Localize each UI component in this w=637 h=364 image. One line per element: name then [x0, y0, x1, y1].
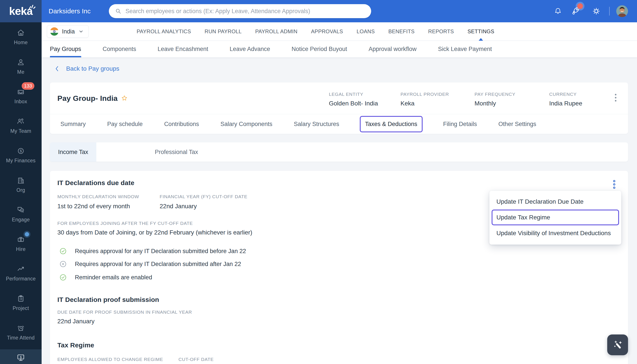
tab-salary-structures[interactable]: Salary Structures: [294, 121, 339, 128]
sidebar-item-org[interactable]: Org: [0, 176, 42, 193]
annotation-box-update-tax-regime: Update Tax Regime: [492, 210, 619, 225]
project-icon: [16, 294, 26, 304]
sidebar-item-performance[interactable]: Performance: [0, 264, 42, 282]
inbox-badge: 133: [22, 82, 34, 90]
svg-text:$: $: [20, 149, 22, 153]
sidebar-item-label: Performance: [6, 276, 36, 282]
tab-other-settings[interactable]: Other Settings: [498, 121, 536, 128]
menu-update-visibility-investment-deductions[interactable]: Update Visibility of Investment Deductio…: [489, 225, 621, 241]
subnav-notice-period-buyout[interactable]: Notice Period Buyout: [291, 41, 347, 57]
sidebar-item-label: Inbox: [15, 99, 27, 104]
rule-text: Requires approval for any IT Declaration…: [75, 261, 241, 268]
hire-status-dot: [25, 232, 29, 236]
notifications-button[interactable]: [554, 0, 562, 22]
field-value: 22nd January: [160, 203, 197, 210]
user-avatar[interactable]: [616, 5, 628, 17]
notification-dot: [577, 3, 583, 9]
sidebar-item-home[interactable]: Home: [0, 28, 42, 46]
section-title-tax-regime: Tax Regime: [57, 342, 94, 349]
sidebar-item-label: Home: [14, 40, 28, 46]
menu-update-tax-regime[interactable]: Update Tax Regime: [492, 210, 618, 224]
finances-icon: $: [16, 146, 26, 156]
field-label: FINANCIAL YEAR (FY) CUT-OFF DATE: [160, 194, 247, 199]
nav-payroll-analytics[interactable]: PAYROLL ANALYTICS: [137, 22, 191, 41]
search-icon: [115, 8, 122, 15]
main-sidebar: Home Me 133 Inbox My Team $ My Finances …: [0, 0, 42, 364]
module-nav: India PAYROLL ANALYTICS RUN PAYROLL PAYR…: [42, 22, 637, 41]
keka-logo[interactable]: keka: [0, 0, 42, 22]
rule-row: Requires approval for any IT Declaration…: [59, 260, 241, 268]
country-selector[interactable]: India: [47, 25, 89, 38]
tab-summary[interactable]: Summary: [61, 121, 86, 128]
rule-text: Reminder emails are enabled: [75, 274, 152, 281]
sidebar-item-me[interactable]: Me: [0, 58, 42, 75]
subnav-approval-workflow[interactable]: Approval workflow: [369, 41, 417, 57]
sidebar-item-project[interactable]: Project: [0, 294, 42, 311]
tab-pay-schedule[interactable]: Pay schedule: [107, 121, 143, 128]
sidebar-item-my-finances[interactable]: $ My Finances: [0, 146, 42, 164]
field-label: EMPLOYEES ALLOWED TO CHANGE REGIME: [57, 357, 163, 362]
sidebar-item-label: My Finances: [6, 158, 36, 164]
subnav-leave-encashment[interactable]: Leave Encashment: [158, 41, 208, 57]
nav-reports[interactable]: REPORTS: [428, 22, 454, 41]
nav-loans[interactable]: LOANS: [357, 22, 375, 41]
subnav-pay-groups[interactable]: Pay Groups: [50, 41, 81, 57]
sidebar-item-time-attend[interactable]: Time Attend: [0, 323, 42, 341]
sidebar-item-label: Engage: [12, 217, 30, 223]
settings-button[interactable]: [592, 0, 601, 22]
field-value: 1st to 22nd of every month: [57, 203, 130, 210]
nav-run-payroll[interactable]: RUN PAYROLL: [204, 22, 241, 41]
time-attend-icon: [16, 323, 26, 333]
subnav-sick-leave-payment[interactable]: Sick Leave Payment: [438, 41, 492, 57]
subnav-components[interactable]: Components: [103, 41, 136, 57]
bell-icon: [554, 7, 562, 16]
section-title-proof-submission: IT Declaration proof submission: [57, 296, 159, 304]
inbox-icon: 133: [16, 87, 26, 97]
pay-group-tabs: Summary Pay schedule Contributions Salar…: [50, 114, 628, 134]
back-to-pay-groups-link[interactable]: Back to Pay groups: [54, 65, 119, 72]
magic-assistant-button[interactable]: [607, 334, 628, 355]
sidebar-item-payroll[interactable]: $: [0, 349, 42, 364]
sidebar-item-hire[interactable]: Hire: [0, 235, 42, 252]
tab-income-tax[interactable]: Income Tax: [50, 142, 96, 162]
whats-new-button[interactable]: [571, 0, 581, 22]
tab-filing-details[interactable]: Filing Details: [443, 121, 477, 128]
search-input[interactable]: [125, 8, 366, 15]
gear-icon: [592, 6, 601, 16]
favorite-star-icon[interactable]: [121, 95, 128, 102]
annotation-box-taxes-deductions: Taxes & Deductions: [360, 116, 423, 132]
team-icon: [16, 116, 26, 126]
section-title-it-declarations: IT Declarations due date: [57, 179, 134, 186]
logo-spark-icon: [28, 3, 36, 10]
engage-icon: [16, 205, 26, 215]
person-icon: [16, 58, 26, 67]
tab-professional-tax[interactable]: Professional Tax: [155, 142, 198, 162]
hire-icon: [16, 235, 26, 244]
field-label: FOR EMPLOYEES JOINING AFTER THE FY CUT-O…: [57, 221, 193, 226]
field-label: DUE DATE FOR PROOF SUBMISSION IN FINANCI…: [57, 310, 192, 315]
nav-benefits[interactable]: BENEFITS: [388, 22, 415, 41]
tab-contributions[interactable]: Contributions: [164, 121, 199, 128]
sidebar-item-engage[interactable]: Engage: [0, 205, 42, 223]
nav-approvals[interactable]: APPROVALS: [311, 22, 343, 41]
menu-update-it-declaration-due-date[interactable]: Update IT Declaration Due Date: [489, 194, 621, 210]
sidebar-item-my-team[interactable]: My Team: [0, 116, 42, 134]
pay-group-kebab-menu[interactable]: [613, 92, 618, 103]
it-declarations-context-menu: Update IT Declaration Due Date Update Ta…: [489, 191, 621, 244]
check-circle-icon: [59, 274, 67, 281]
sidebar-item-inbox[interactable]: 133 Inbox: [0, 87, 42, 104]
it-declarations-kebab-menu[interactable]: [612, 179, 617, 190]
sidebar-item-label: Me: [17, 69, 25, 75]
tab-salary-components[interactable]: Salary Components: [220, 121, 272, 128]
top-header: Darksiders Inc: [0, 0, 637, 22]
field-label: MONTHLY DECLARATION WINDOW: [57, 194, 139, 199]
tab-taxes-deductions[interactable]: Taxes & Deductions: [365, 121, 417, 127]
subnav-leave-advance[interactable]: Leave Advance: [230, 41, 270, 57]
global-search[interactable]: [109, 4, 371, 18]
cross-circle-icon: [59, 260, 67, 268]
nav-payroll-admin[interactable]: PAYROLL ADMIN: [255, 22, 297, 41]
payroll-icon: $: [16, 353, 26, 362]
check-circle-icon: [59, 247, 67, 255]
magic-wand-icon: [612, 339, 623, 351]
nav-settings[interactable]: SETTINGS: [468, 22, 494, 41]
